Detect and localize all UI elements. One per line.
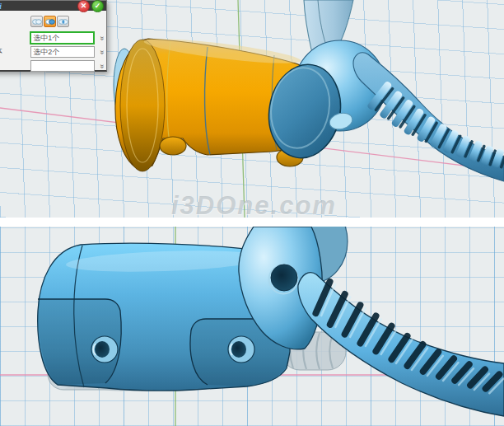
field-label-merge: 合并体 <box>0 46 30 57</box>
boolean-operation-dialog: i ✕ ✓ <box>0 0 107 72</box>
intersect-icon <box>58 18 68 26</box>
chevron-expand-icon[interactable]: » <box>98 62 106 70</box>
field-input-merge[interactable]: 选中2个 <box>30 46 95 58</box>
field-label-boundary: 边界 <box>0 60 30 71</box>
field-input-boundary[interactable] <box>30 60 95 72</box>
info-icon: i <box>0 2 2 10</box>
confirm-icon[interactable]: ✓ <box>91 0 104 12</box>
viewport-bottom[interactable] <box>0 227 504 426</box>
field-label-base: 基体 <box>0 32 30 43</box>
field-row-base: 基体 选中1个 » <box>0 30 106 44</box>
field-row-boundary: 边界 » <box>0 59 106 73</box>
chevron-expand-icon[interactable]: » <box>98 48 106 56</box>
model-elephant-bottom[interactable] <box>38 227 504 416</box>
boolean-toolbar <box>30 16 106 27</box>
field-input-base[interactable]: 选中1个 <box>30 31 95 44</box>
eye-hole <box>271 264 297 291</box>
union-icon <box>32 18 42 26</box>
dialog-titlebar: i ✕ ✓ <box>0 1 106 11</box>
dialog-body: 基体 选中1个 » 合并体 选中2个 » 边界 » <box>0 11 106 73</box>
axle-hub-right <box>228 336 254 363</box>
chevron-expand-icon[interactable]: » <box>98 34 106 42</box>
model-elephant-top[interactable] <box>114 0 504 181</box>
boolean-remove-button[interactable] <box>44 16 56 27</box>
subtract-icon <box>45 18 55 26</box>
boolean-add-button[interactable] <box>30 16 43 27</box>
cad-application-window: i3DOne.com i ✕ ✓ <box>0 0 504 426</box>
field-row-merge: 合并体 选中2个 » <box>0 44 106 59</box>
body-foot-left <box>160 137 186 155</box>
axle-hub-left <box>91 336 118 363</box>
cancel-icon[interactable]: ✕ <box>77 0 90 12</box>
viewport-bottom-canvas <box>0 227 504 426</box>
boolean-intersect-button[interactable] <box>57 16 69 27</box>
